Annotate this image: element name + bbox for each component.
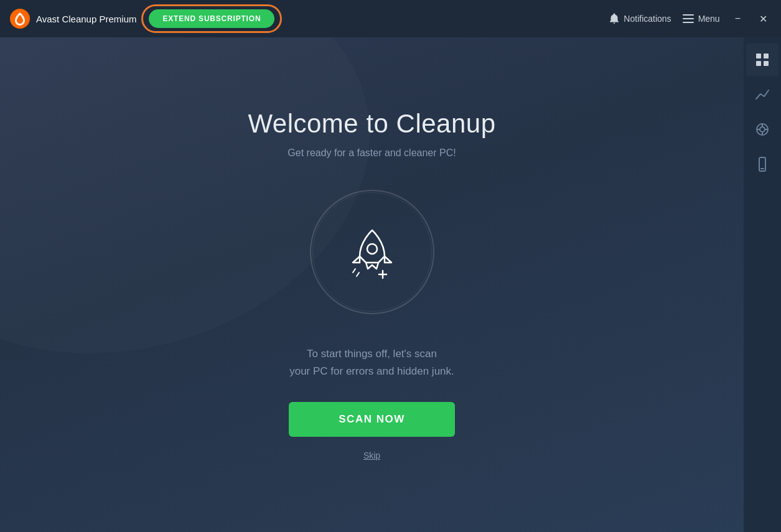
close-button[interactable]: ✕ [755, 11, 771, 27]
menu-label: Menu [698, 14, 720, 24]
svg-rect-1 [683, 14, 694, 16]
titlebar-right-controls: Notifications Menu − ✕ [609, 11, 771, 27]
extend-subscription-wrapper: EXTEND SUBSCRIPTION [149, 9, 274, 28]
hamburger-icon [683, 14, 694, 23]
skip-button[interactable]: Skip [363, 450, 380, 460]
mobile-icon [754, 156, 770, 172]
scan-now-button[interactable]: SCAN NOW [289, 402, 454, 437]
svg-point-4 [367, 244, 377, 254]
bell-icon [609, 13, 619, 24]
svg-rect-10 [764, 54, 769, 58]
right-sidebar [744, 37, 781, 532]
svg-line-7 [353, 269, 355, 273]
rocket-circle [310, 190, 434, 314]
welcome-title: Welcome to Cleanup [248, 109, 495, 139]
support-icon [754, 121, 770, 138]
rocket-icon [338, 218, 406, 286]
svg-line-8 [357, 273, 359, 276]
svg-rect-11 [756, 61, 761, 66]
grid-icon [754, 52, 770, 68]
svg-point-14 [760, 127, 765, 132]
sidebar-item-dashboard[interactable] [746, 44, 779, 76]
menu-button[interactable]: Menu [683, 14, 720, 24]
app-title: Avast Cleanup Premium [36, 14, 136, 24]
notifications-button[interactable]: Notifications [609, 13, 671, 24]
main-area: Welcome to Cleanup Get ready for a faste… [0, 37, 781, 532]
scan-description: To start things off, let's scan your PC … [289, 345, 454, 379]
sidebar-item-mobile[interactable] [746, 148, 779, 180]
extend-subscription-button[interactable]: EXTEND SUBSCRIPTION [149, 9, 274, 28]
svg-rect-2 [683, 18, 694, 19]
notifications-label: Notifications [624, 14, 671, 24]
svg-rect-3 [683, 22, 694, 23]
minimize-button[interactable]: − [731, 11, 744, 27]
sidebar-item-support[interactable] [746, 113, 779, 146]
app-logo: Avast Cleanup Premium [10, 9, 136, 29]
sidebar-item-stats[interactable] [746, 78, 779, 111]
svg-rect-12 [764, 61, 769, 66]
chart-icon [754, 86, 770, 103]
welcome-subtitle: Get ready for a faster and cleaner PC! [288, 147, 456, 159]
avast-logo-icon [10, 9, 30, 29]
svg-rect-9 [756, 54, 761, 58]
titlebar: Avast Cleanup Premium EXTEND SUBSCRIPTIO… [0, 0, 781, 37]
content-area: Welcome to Cleanup Get ready for a faste… [0, 37, 744, 532]
